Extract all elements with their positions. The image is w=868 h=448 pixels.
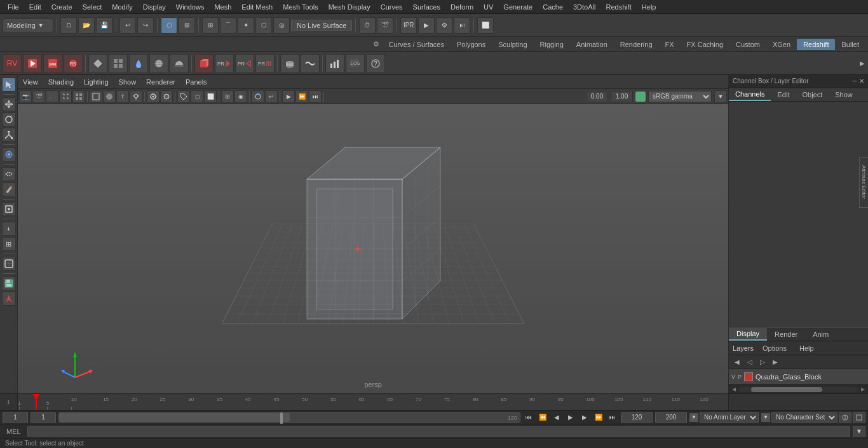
scale-tool-btn[interactable] bbox=[2, 128, 16, 142]
view-menu[interactable]: View bbox=[20, 77, 41, 87]
save-shortcut-btn[interactable] bbox=[2, 276, 16, 290]
shelf-icon-graph[interactable] bbox=[325, 54, 344, 73]
vp-xray[interactable] bbox=[160, 90, 173, 103]
tab-channels[interactable]: Channels bbox=[729, 88, 771, 101]
plus-btn2[interactable]: ⊞ bbox=[2, 237, 16, 251]
step-forward-btn[interactable]: ⏩ bbox=[593, 412, 604, 423]
vp-hud[interactable]: ⊞ bbox=[221, 90, 234, 103]
lighting-menu[interactable]: Lighting bbox=[81, 77, 111, 87]
step-back-btn[interactable]: ⏪ bbox=[537, 412, 548, 423]
shelf-icon-ipr[interactable]: IPR bbox=[43, 54, 62, 73]
attribute-editor-tab[interactable]: Attribute Editor bbox=[859, 157, 868, 208]
menu-surfaces[interactable]: Surfaces bbox=[408, 2, 445, 12]
layers-help-btn[interactable]: Help bbox=[796, 344, 818, 353]
snap-live-btn[interactable]: ◎ bbox=[273, 17, 290, 34]
vp-cam3[interactable]: 🎥 bbox=[46, 90, 58, 103]
vp-isolate-btn[interactable] bbox=[147, 90, 159, 103]
shelf-icon-dome[interactable] bbox=[170, 54, 189, 73]
menu-windows[interactable]: Windows bbox=[171, 2, 210, 12]
paint-select-btn[interactable] bbox=[2, 182, 16, 196]
scroll-track[interactable] bbox=[739, 387, 858, 392]
panels-menu[interactable]: Panels bbox=[183, 77, 210, 87]
no-live-surface[interactable]: No Live Surface bbox=[291, 20, 352, 31]
show-menu[interactable]: Show bbox=[116, 77, 139, 87]
menu-select[interactable]: Select bbox=[78, 2, 107, 12]
render-preview-btn[interactable]: 🎬 bbox=[377, 17, 393, 34]
command-input[interactable] bbox=[27, 426, 850, 437]
anim-end2-input[interactable] bbox=[655, 412, 687, 423]
menu-generate[interactable]: Generate bbox=[498, 2, 538, 12]
menu-3dtoall[interactable]: 3DtoAll bbox=[568, 2, 600, 12]
vp-snap[interactable] bbox=[59, 90, 72, 103]
vp-exposure-val[interactable] bbox=[611, 91, 633, 102]
menu-help[interactable]: Help bbox=[637, 2, 661, 12]
tab-display[interactable]: Display bbox=[729, 328, 767, 341]
shelf-tab-animation[interactable]: Animation bbox=[570, 39, 614, 50]
shelf-tab-xgen[interactable]: XGen bbox=[766, 39, 797, 50]
prev-frame-btn[interactable]: ◀ bbox=[551, 412, 562, 423]
play-btn[interactable]: ▶ bbox=[565, 412, 576, 423]
tab-object[interactable]: Object bbox=[796, 89, 829, 100]
vp-bookmarks[interactable]: ↩ bbox=[265, 90, 278, 103]
rotate-tool-btn[interactable] bbox=[2, 112, 16, 126]
vp-shaded[interactable] bbox=[103, 90, 116, 103]
shelf-icon-bucket[interactable] bbox=[280, 54, 299, 73]
redshift-icon-left[interactable] bbox=[2, 292, 16, 306]
open-file-btn[interactable]: 📂 bbox=[78, 17, 95, 34]
shelf-tab-sculpting[interactable]: Sculpting bbox=[492, 39, 533, 50]
renderer-menu[interactable]: Renderer bbox=[144, 77, 178, 87]
shelf-icon-pr3[interactable]: PR bbox=[255, 54, 275, 73]
tab-edit[interactable]: Edit bbox=[771, 89, 796, 100]
save-file-btn[interactable]: 💾 bbox=[96, 17, 112, 34]
panel-minimize-btn[interactable]: ─ bbox=[852, 78, 857, 85]
vp-poly-subdiv[interactable] bbox=[177, 90, 190, 103]
viewport-canvas[interactable]: persp bbox=[18, 104, 728, 393]
shelf-tab-curves-surfaces[interactable]: Curves / Surfaces bbox=[383, 39, 451, 50]
transform-btn[interactable] bbox=[2, 202, 16, 216]
select-tool-btn[interactable] bbox=[2, 78, 16, 92]
vp-heads[interactable]: ◉ bbox=[234, 90, 247, 103]
vp-lights[interactable] bbox=[130, 90, 142, 103]
command-history-btn[interactable]: ▼ bbox=[853, 426, 865, 437]
shelf-tab-bullet[interactable]: Bullet bbox=[835, 39, 865, 50]
goto-end-btn[interactable]: ⏭ bbox=[607, 412, 618, 423]
layers-options-btn[interactable]: Options bbox=[759, 344, 790, 353]
menu-uv[interactable]: UV bbox=[478, 2, 498, 12]
layer-visibility[interactable]: V bbox=[731, 374, 735, 380]
workspace-dropdown[interactable]: Modeling ▼ bbox=[3, 18, 53, 32]
anim-layer-select[interactable]: No Anim Layer bbox=[700, 412, 759, 423]
goto-start-btn[interactable]: ⏮ bbox=[523, 412, 534, 423]
ipr-btn[interactable]: IPR bbox=[400, 17, 417, 34]
shelf-icon-wave[interactable] bbox=[301, 54, 320, 73]
range-slider[interactable]: 120 bbox=[58, 412, 520, 423]
shelf-icon-rv[interactable]: RV bbox=[3, 54, 22, 73]
layers-next2-btn[interactable]: ▶ bbox=[770, 356, 781, 368]
shelf-icon-drop[interactable] bbox=[129, 54, 148, 73]
menu-display[interactable]: Display bbox=[138, 2, 171, 12]
next-frame-btn[interactable]: ▶ bbox=[579, 412, 590, 423]
shading-menu[interactable]: Shading bbox=[46, 77, 76, 87]
panel-close-btn[interactable]: ✕ bbox=[859, 78, 864, 85]
snap-grid-btn[interactable]: ⊞ bbox=[202, 17, 219, 34]
menu-redshift[interactable]: Redshift bbox=[600, 2, 636, 12]
char-set-down-btn[interactable]: ▼ bbox=[761, 413, 770, 422]
move-tool-btn[interactable] bbox=[2, 97, 16, 111]
vp-step[interactable]: ⏭ bbox=[309, 90, 322, 103]
shelf-icon-sphere[interactable] bbox=[149, 54, 168, 73]
layer-row[interactable]: V P Quadra_Glass_Block bbox=[729, 369, 868, 384]
render-btn[interactable]: ▶ bbox=[418, 17, 435, 34]
shelf-tab-custom[interactable]: Custom bbox=[729, 39, 766, 50]
vp-color-profile[interactable]: sRGB gamma bbox=[648, 91, 712, 102]
character-set-select[interactable]: No Character Set bbox=[771, 412, 837, 423]
vp-camera-btn[interactable]: 📷 bbox=[19, 90, 32, 103]
snap-surface-btn[interactable]: ⬡ bbox=[255, 17, 272, 34]
plus-btn1[interactable]: + bbox=[2, 222, 16, 236]
menu-create[interactable]: Create bbox=[46, 2, 78, 12]
shelf-tab-polygons[interactable]: Polygons bbox=[451, 39, 492, 50]
layer-playback[interactable]: P bbox=[738, 374, 742, 380]
snap-point-btn[interactable]: ✦ bbox=[238, 17, 254, 34]
ui-show-hide-btn[interactable]: ⬜ bbox=[477, 17, 494, 34]
shelf-icon-diamond[interactable] bbox=[88, 54, 107, 73]
layers-prev2-btn[interactable]: ◁ bbox=[744, 356, 756, 368]
redo-btn[interactable]: ↪ bbox=[137, 17, 154, 34]
